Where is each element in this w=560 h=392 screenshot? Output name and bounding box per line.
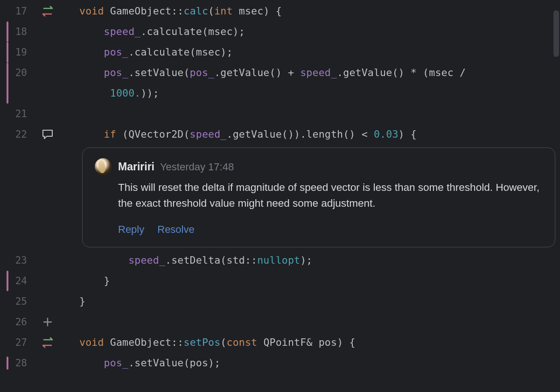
code-text[interactable]: void GameObject::calc(int msec) { xyxy=(79,1,282,21)
code-text[interactable]: pos_.setValue(pos_.getValue() + speed_.g… xyxy=(79,63,466,104)
line-number: 22 xyxy=(0,129,30,140)
code-line[interactable]: 26 xyxy=(0,312,560,332)
code-line[interactable]: 21 xyxy=(0,104,560,124)
code-text[interactable]: } xyxy=(79,271,110,291)
comment-icon[interactable] xyxy=(42,128,54,140)
review-comment[interactable]: Maririri Yesterday 17:48 This will reset… xyxy=(82,147,555,247)
code-text[interactable]: speed_.calculate(msec); xyxy=(79,21,245,42)
line-number: 25 xyxy=(0,296,30,307)
avatar[interactable] xyxy=(95,158,112,175)
code-text[interactable] xyxy=(79,312,85,332)
comment-author: Maririri xyxy=(118,161,154,173)
line-number: 23 xyxy=(0,255,30,266)
gutter: 17 xyxy=(0,1,79,21)
line-number: 26 xyxy=(0,316,30,328)
plus-icon[interactable] xyxy=(42,317,53,327)
code-line[interactable]: 27 void GameObject::setPos(const QPointF… xyxy=(0,332,560,353)
code-line[interactable]: 17 void GameObject::calc(int msec) { xyxy=(0,1,560,21)
line-number: 17 xyxy=(0,6,30,17)
code-text[interactable]: if (QVector2D(speed_.getValue()).length(… xyxy=(79,124,417,145)
line-number: 28 xyxy=(0,357,30,369)
line-number: 20 xyxy=(0,67,30,78)
line-number: 21 xyxy=(0,108,30,119)
diff-swap-icon[interactable] xyxy=(41,336,54,349)
code-text[interactable]: } xyxy=(79,291,85,312)
code-line[interactable]: 22 if (QVector2D(speed_.getValue()).leng… xyxy=(0,124,560,145)
code-editor[interactable]: 17 void GameObject::calc(int msec) { 18 … xyxy=(0,0,560,392)
line-number: 19 xyxy=(0,47,30,58)
code-line[interactable]: 25 } xyxy=(0,291,560,312)
line-number: 27 xyxy=(0,337,30,348)
code-text[interactable]: pos_.setValue(pos); xyxy=(79,353,220,373)
code-line[interactable]: 19 pos_.calculate(msec); xyxy=(0,42,560,63)
code-text[interactable]: void GameObject::setPos(const QPointF& p… xyxy=(79,332,356,353)
comment-header: Maririri Yesterday 17:48 xyxy=(95,158,543,175)
comment-body: This will reset the delta if magnitude o… xyxy=(118,180,543,211)
code-line[interactable]: 18 speed_.calculate(msec); xyxy=(0,21,560,42)
line-number: 24 xyxy=(0,275,30,287)
comment-timestamp: Yesterday 17:48 xyxy=(160,161,234,173)
code-text[interactable]: speed_.setDelta(std::nullopt); xyxy=(79,250,313,271)
resolve-button[interactable]: Resolve xyxy=(157,224,194,236)
code-line[interactable]: 23 speed_.setDelta(std::nullopt); xyxy=(0,250,560,271)
diff-swap-icon[interactable] xyxy=(41,5,54,18)
scrollbar-thumb[interactable] xyxy=(553,10,559,57)
code-text[interactable] xyxy=(79,104,85,124)
reply-button[interactable]: Reply xyxy=(118,224,144,236)
code-line[interactable]: 28 pos_.setValue(pos); xyxy=(0,353,560,373)
code-text[interactable]: pos_.calculate(msec); xyxy=(79,42,233,63)
line-number: 18 xyxy=(0,26,30,37)
code-line[interactable]: 20 pos_.setValue(pos_.getValue() + speed… xyxy=(0,63,560,104)
code-line[interactable]: 24 } xyxy=(0,271,560,291)
